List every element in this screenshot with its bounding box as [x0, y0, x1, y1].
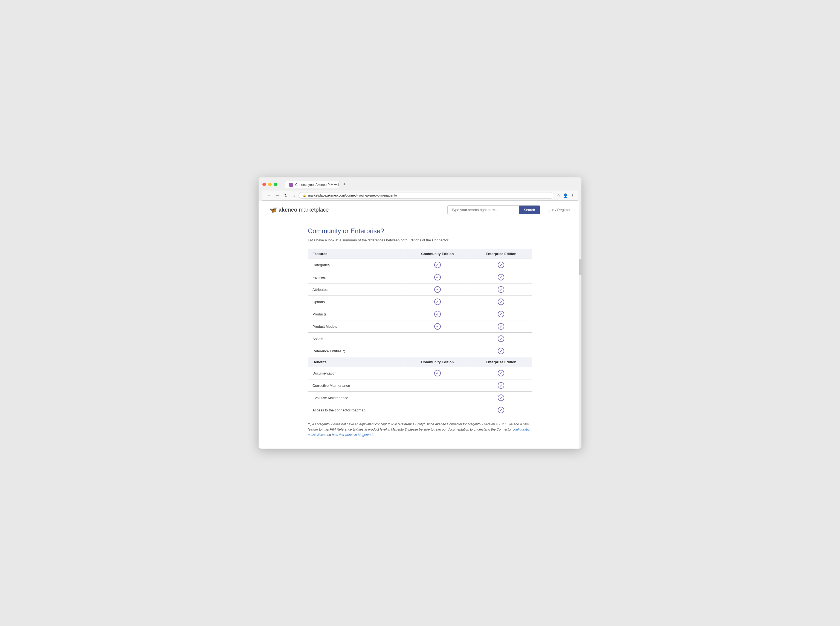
table-row: Attributes ✓ ✓ — [308, 283, 532, 296]
forward-button[interactable]: → — [275, 193, 281, 198]
enterprise-check: ✓ — [470, 392, 532, 404]
table-row: Categories ✓ ✓ — [308, 259, 532, 271]
minimize-traffic-light[interactable] — [268, 183, 272, 186]
check-icon: ✓ — [498, 382, 504, 389]
logo-area: 🦋 akeneo marketplace — [270, 207, 329, 213]
profile-icon[interactable]: 👤 — [563, 193, 568, 198]
new-tab-button[interactable]: + — [341, 180, 349, 188]
benefit-name: Access to the connector roadmap — [308, 404, 405, 416]
check-icon: ✓ — [498, 335, 504, 342]
scrollbar-thumb[interactable] — [579, 259, 581, 275]
footnote: (*) As Magento 2 does not have an equiva… — [308, 422, 532, 438]
comparison-table: Features Community Edition Enterprise Ed… — [308, 249, 532, 416]
feature-name: Families — [308, 271, 405, 283]
address-text: marketplace.akeneo.com/connect-your-aken… — [308, 194, 397, 197]
enterprise-check: ✓ — [470, 404, 532, 416]
enterprise-check: ✓ — [470, 308, 532, 320]
col-features-header: Features — [308, 249, 405, 259]
benefit-name: Evolutive Maintenance — [308, 392, 405, 404]
check-icon: ✓ — [498, 274, 504, 280]
enterprise-check: ✓ — [470, 379, 532, 392]
footnote-link2[interactable]: how this works in Magento 2 — [332, 433, 373, 437]
browser-window: Connect your Akeneo PIM with M ✕ + ← → ↻… — [259, 177, 581, 449]
close-traffic-light[interactable] — [262, 183, 266, 186]
check-icon: ✓ — [498, 394, 504, 401]
page-subtitle: Let's have a look at a summary of the di… — [308, 238, 532, 242]
header-right: Search Log in / Register — [447, 205, 570, 214]
community-check — [405, 379, 470, 392]
table-row: Products ✓ ✓ — [308, 308, 532, 320]
search-input[interactable] — [447, 205, 519, 214]
community-check: ✓ — [405, 308, 470, 320]
check-icon: ✓ — [498, 311, 504, 318]
check-icon: ✓ — [434, 370, 441, 376]
check-icon: ✓ — [498, 323, 504, 330]
check-icon: ✓ — [434, 274, 441, 280]
table-row: Families ✓ ✓ — [308, 271, 532, 283]
community-check: ✓ — [405, 259, 470, 271]
benefits-community-header: Community Edition — [405, 357, 470, 367]
akeneo-logo-icon: 🦋 — [270, 207, 277, 213]
community-check: ✓ — [405, 320, 470, 333]
bookmark-icon[interactable]: ☆ — [557, 193, 561, 198]
tab-title: Connect your Akeneo PIM with M — [295, 183, 340, 187]
menu-icon[interactable]: ⋮ — [570, 193, 574, 198]
feature-name: Attributes — [308, 283, 405, 296]
check-icon: ✓ — [434, 261, 441, 268]
footnote-end: . — [373, 433, 374, 437]
table-row: Corrective Maintenance ✓ — [308, 379, 532, 392]
check-icon: ✓ — [434, 311, 441, 318]
benefit-name: Corrective Maintenance — [308, 379, 405, 392]
check-icon: ✓ — [498, 370, 504, 376]
reload-button[interactable]: ↻ — [283, 193, 289, 198]
feature-name: Products — [308, 308, 405, 320]
enterprise-check: ✓ — [470, 283, 532, 296]
enterprise-check: ✓ — [470, 296, 532, 308]
table-row: Options ✓ ✓ — [308, 296, 532, 308]
logo-marketplace-part: marketplace — [297, 207, 329, 213]
table-row: Product Models ✓ ✓ — [308, 320, 532, 333]
search-button[interactable]: Search — [519, 205, 540, 214]
community-check: ✓ — [405, 367, 470, 379]
feature-name: Categories — [308, 259, 405, 271]
benefits-label: Benefits — [308, 357, 405, 367]
table-header-row: Features Community Edition Enterprise Ed… — [308, 249, 532, 259]
address-box[interactable]: 🔒 marketplace.akeneo.com/connect-your-ak… — [298, 192, 554, 199]
back-button[interactable]: ← — [266, 193, 272, 198]
feature-name: Assets — [308, 333, 405, 345]
table-row: Evolutive Maintenance ✓ — [308, 392, 532, 404]
maximize-traffic-light[interactable] — [274, 183, 278, 186]
check-icon: ✓ — [434, 299, 441, 305]
table-row: Reference Entities(*) ✓ — [308, 345, 532, 357]
community-check — [405, 392, 470, 404]
enterprise-check: ✓ — [470, 333, 532, 345]
browser-tabs: Connect your Akeneo PIM with M ✕ + — [285, 180, 349, 188]
benefit-name: Documentation — [308, 367, 405, 379]
browser-controls: Connect your Akeneo PIM with M ✕ + — [262, 180, 578, 188]
enterprise-check: ✓ — [470, 367, 532, 379]
login-register-link[interactable]: Log in / Register — [545, 208, 570, 212]
benefits-section-header-row: Benefits Community Edition Enterprise Ed… — [308, 357, 532, 367]
main-content: Community or Enterprise? Let's have a lo… — [297, 219, 543, 449]
check-icon: ✓ — [434, 323, 441, 330]
enterprise-check: ✓ — [470, 259, 532, 271]
benefits-enterprise-header: Enterprise Edition — [470, 357, 532, 367]
browser-addressbar: ← → ↻ ⌂ 🔒 marketplace.akeneo.com/connect… — [262, 191, 578, 201]
scrollbar[interactable] — [579, 177, 581, 449]
page-heading: Community or Enterprise? — [308, 227, 532, 235]
check-icon: ✓ — [498, 286, 504, 293]
feature-name: Reference Entities(*) — [308, 345, 405, 357]
check-icon: ✓ — [498, 407, 504, 413]
lock-icon: 🔒 — [303, 194, 306, 197]
active-tab[interactable]: Connect your Akeneo PIM with M ✕ — [285, 181, 340, 188]
enterprise-check: ✓ — [470, 345, 532, 357]
community-check: ✓ — [405, 283, 470, 296]
table-row: Documentation ✓ ✓ — [308, 367, 532, 379]
community-check — [405, 345, 470, 357]
check-icon: ✓ — [498, 348, 504, 354]
community-check: ✓ — [405, 271, 470, 283]
enterprise-check: ✓ — [470, 320, 532, 333]
footnote-middle: and — [325, 433, 332, 437]
community-check: ✓ — [405, 296, 470, 308]
home-button[interactable]: ⌂ — [291, 193, 296, 198]
